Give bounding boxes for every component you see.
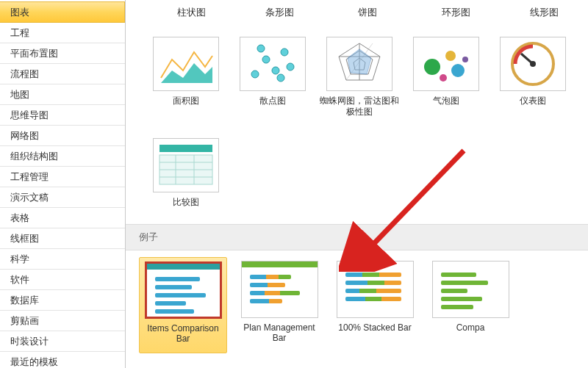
chart-type-row3: 比较图 xyxy=(143,138,588,208)
svg-point-1 xyxy=(251,71,259,78)
sidebar-item-floorplan[interactable]: 平面布置图 xyxy=(0,43,125,64)
sidebar-item-table[interactable]: 表格 xyxy=(0,208,125,228)
sidebar-item-orgchart[interactable]: 组织结构图 xyxy=(0,146,125,167)
svg-point-3 xyxy=(272,67,279,74)
sidebar-item-presentation[interactable]: 演示文稿 xyxy=(0,187,125,208)
sidebar-item-map[interactable]: 地图 xyxy=(0,84,125,105)
area-chart-icon xyxy=(153,37,219,91)
comparison-chart-template[interactable]: 比较图 xyxy=(143,138,229,208)
svg-point-16 xyxy=(445,51,456,61)
label-pie-chart: 饼图 xyxy=(324,6,412,19)
example-thumb-icon xyxy=(337,261,414,318)
radar-chart-icon xyxy=(326,37,392,91)
bubble-chart-icon xyxy=(413,37,479,91)
svg-marker-14 xyxy=(348,49,371,74)
sidebar-item-recent[interactable]: 最近的模板 xyxy=(0,352,125,368)
svg-point-4 xyxy=(281,48,288,56)
svg-point-7 xyxy=(277,74,284,82)
radar-chart-template[interactable]: 蜘蛛网图，雷达图和极性图 xyxy=(316,37,403,118)
template-gallery: 柱状图 条形图 饼图 环形图 线形图 面积图 xyxy=(126,0,588,368)
svg-point-6 xyxy=(257,45,265,52)
gauge-chart-template[interactable]: 仪表图 xyxy=(490,37,576,118)
svg-rect-23 xyxy=(159,145,212,152)
scatter-chart-template[interactable]: 散点图 xyxy=(229,37,316,118)
bubble-chart-template[interactable]: 气泡图 xyxy=(403,37,490,118)
sidebar-item-charts[interactable]: 图表 xyxy=(0,1,125,23)
svg-point-18 xyxy=(440,74,447,82)
sidebar-item-flowchart[interactable]: 流程图 xyxy=(0,64,125,84)
example-100-stacked-bar[interactable]: 100% Stacked Bar xyxy=(331,261,418,353)
example-thumb-icon xyxy=(145,261,222,319)
chart-type-row1-labels: 柱状图 条形图 饼图 环形图 线形图 xyxy=(148,4,588,21)
sidebar-item-database[interactable]: 数据库 xyxy=(0,290,125,311)
sidebar-item-science[interactable]: 科学 xyxy=(0,249,125,270)
sidebar-item-clipart[interactable]: 剪贴画 xyxy=(0,311,125,331)
scatter-chart-icon xyxy=(240,37,306,91)
area-chart-template[interactable]: 面积图 xyxy=(143,37,229,118)
example-items-comparison-bar[interactable]: Items Comparison Bar xyxy=(139,257,227,353)
sidebar-item-mindmap[interactable]: 思维导图 xyxy=(0,105,125,126)
chart-type-row2: 面积图 散点图 xyxy=(143,37,588,118)
example-comparison-bar[interactable]: Compa xyxy=(427,261,514,353)
svg-point-15 xyxy=(424,59,440,75)
example-thumb-icon xyxy=(432,261,509,318)
svg-point-5 xyxy=(287,63,294,71)
sidebar-item-engineering[interactable]: 工程 xyxy=(0,23,125,43)
svg-point-17 xyxy=(451,64,465,77)
sidebar-item-network[interactable]: 网络图 xyxy=(0,126,125,146)
sidebar-item-wireframe[interactable]: 线框图 xyxy=(0,228,125,249)
examples-section-title: 例子 xyxy=(126,224,588,250)
examples-row: Items Comparison Bar Plan Management Bar xyxy=(139,261,588,353)
sidebar-item-software[interactable]: 软件 xyxy=(0,270,125,290)
category-sidebar: 图表 工程 平面布置图 流程图 地图 思维导图 网络图 组织结构图 工程管理 演… xyxy=(0,0,126,368)
example-plan-management-bar[interactable]: Plan Management Bar xyxy=(236,261,323,353)
svg-point-2 xyxy=(262,56,270,63)
label-bar-chart: 条形图 xyxy=(236,6,324,19)
sidebar-item-project[interactable]: 工程管理 xyxy=(0,167,125,187)
label-column-chart: 柱状图 xyxy=(148,6,236,19)
gauge-chart-icon xyxy=(500,37,566,91)
label-line-chart: 线形图 xyxy=(500,6,588,19)
svg-point-19 xyxy=(462,57,468,62)
label-donut-chart: 环形图 xyxy=(412,6,500,19)
comparison-chart-icon xyxy=(153,138,219,192)
example-thumb-icon xyxy=(241,261,318,318)
sidebar-item-fashion[interactable]: 时装设计 xyxy=(0,331,125,352)
